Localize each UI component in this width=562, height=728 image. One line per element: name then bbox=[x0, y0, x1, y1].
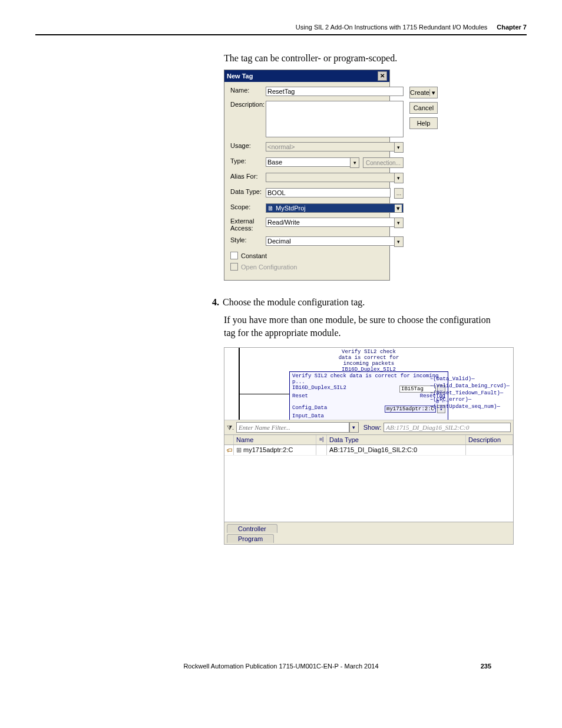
col-name[interactable]: Name bbox=[234, 435, 316, 444]
expand-icon[interactable]: ⊞ bbox=[236, 446, 242, 453]
page-footer: Rockwell Automation Publication 1715-UM0… bbox=[35, 663, 527, 670]
aoi-param-label: IB16D_Duplex_SIL2 bbox=[292, 385, 346, 393]
connection-button: Connection... bbox=[363, 157, 404, 168]
tab-program[interactable]: Program bbox=[227, 534, 274, 543]
chevron-down-icon[interactable]: ▾ bbox=[395, 205, 402, 212]
constant-checkbox[interactable]: Constant bbox=[230, 252, 404, 259]
dialog-titlebar: New Tag ✕ bbox=[224, 70, 389, 82]
checkbox-icon bbox=[230, 263, 238, 271]
usage-label: Usage: bbox=[230, 142, 262, 149]
description-input[interactable] bbox=[266, 101, 404, 137]
publication-info: Rockwell Automation Publication 1715-UM0… bbox=[183, 663, 378, 670]
show-label: Show: bbox=[363, 424, 382, 431]
filter-icon[interactable]: ⧩. bbox=[227, 424, 234, 431]
type-label: Type: bbox=[230, 157, 262, 164]
sort-icon[interactable]: ≡| bbox=[316, 435, 327, 444]
tab-controller[interactable]: Controller bbox=[227, 524, 277, 533]
col-datatype[interactable]: Data Type bbox=[327, 435, 466, 444]
step-4: 4.Choose the module configuration tag. bbox=[212, 297, 527, 308]
ladder-rung: Verify SIL2 check data is correct for in… bbox=[224, 348, 513, 420]
scope-select[interactable]: 🗎 MyStdProj ▾ bbox=[266, 203, 404, 213]
step-text: Choose the module configuration tag. bbox=[223, 297, 365, 307]
aoi-caption: Verify SIL2 check data is correct for in… bbox=[292, 373, 445, 385]
name-filter-input[interactable] bbox=[236, 422, 349, 433]
external-access-label: External Access: bbox=[230, 218, 262, 232]
show-filter-input[interactable] bbox=[384, 423, 511, 432]
constant-label: Constant bbox=[241, 252, 267, 259]
open-config-checkbox: Open Configuration bbox=[230, 263, 404, 271]
row-name: my1715adptr:2:C bbox=[243, 446, 293, 453]
aoi-param-label: Config_Data bbox=[292, 405, 327, 413]
close-icon[interactable]: ✕ bbox=[378, 71, 387, 81]
checkbox-icon[interactable] bbox=[230, 252, 238, 259]
rung-description: Verify SIL2 check data is correct for in… bbox=[224, 349, 513, 367]
alias-select bbox=[266, 173, 394, 182]
aoi-title: IB16D_Duplex_SIL2 bbox=[224, 367, 513, 373]
datatype-input[interactable] bbox=[266, 188, 391, 197]
alias-label: Alias For: bbox=[230, 173, 262, 180]
chevron-down-icon: ▾ bbox=[394, 142, 404, 153]
external-access-select[interactable] bbox=[266, 218, 394, 227]
name-input[interactable] bbox=[266, 87, 404, 96]
help-button[interactable]: Help bbox=[409, 117, 438, 129]
aoi-output: –(Data_Valid)— bbox=[430, 376, 510, 383]
aoi-output: –(Reset_Tiedown_Fault)— bbox=[430, 390, 510, 397]
page-header: Using SIL 2 Add-On Instructions with 171… bbox=[35, 24, 527, 35]
style-label: Style: bbox=[230, 236, 262, 243]
chapter-label: Chapter 7 bbox=[497, 24, 527, 31]
chevron-down-icon[interactable]: ▾ bbox=[394, 236, 404, 247]
type-select[interactable] bbox=[266, 157, 350, 167]
page-number: 235 bbox=[481, 663, 491, 670]
rung-desc-line: data is correct for bbox=[339, 355, 399, 361]
aoi-output: –(CRC_error)— bbox=[430, 397, 510, 404]
step-number: 4. bbox=[212, 297, 219, 307]
aoi-config-data-value[interactable]: my1715adptr:2:C bbox=[385, 406, 436, 413]
scope-value: 🗎 MyStdProj bbox=[267, 205, 306, 212]
rung-desc-line: Verify SIL2 check bbox=[342, 349, 396, 355]
aoi-output: –(Valid_Data_being_rcvd)— bbox=[430, 383, 510, 390]
description-label: Description: bbox=[230, 101, 262, 108]
aoi-output: –(LastUpdate_seq_num)— bbox=[430, 404, 510, 411]
scope-label: Scope: bbox=[230, 203, 262, 210]
chevron-down-icon[interactable]: ▾ bbox=[350, 157, 359, 168]
chevron-down-icon: ▾ bbox=[394, 173, 404, 183]
cancel-button[interactable]: Cancel bbox=[409, 102, 438, 114]
aoi-param-label: Input_Data bbox=[292, 413, 324, 419]
row-datatype: AB:1715_DI_Diag16_SIL2:C:0 bbox=[327, 445, 466, 455]
create-button[interactable]: Create ▾ bbox=[409, 87, 438, 98]
tag-icon: 🏷 bbox=[227, 447, 233, 453]
usage-select bbox=[266, 142, 394, 151]
chevron-down-icon[interactable]: ▾ bbox=[349, 422, 359, 433]
datatype-label: Data Type: bbox=[230, 188, 262, 195]
tag-grid-header: Name ≡| Data Type Description bbox=[224, 435, 513, 445]
rung-desc-line: incoming packets bbox=[343, 361, 394, 367]
datatype-browse-button[interactable]: … bbox=[394, 188, 404, 199]
new-tag-dialog: New Tag ✕ Name: Description: Usage: ▾ bbox=[224, 70, 390, 281]
tag-grid-body[interactable]: 🏷 ⊞my1715adptr:2:C AB:1715_DI_Diag16_SIL… bbox=[224, 445, 513, 522]
table-row[interactable]: 🏷 ⊞my1715adptr:2:C AB:1715_DI_Diag16_SIL… bbox=[224, 445, 513, 456]
dialog-title: New Tag bbox=[227, 73, 253, 80]
chapter-title: Using SIL 2 Add-On Instructions with 171… bbox=[296, 24, 488, 31]
aoi-outputs: –(Data_Valid)— –(Valid_Data_being_rcvd)—… bbox=[430, 376, 510, 410]
name-label: Name: bbox=[230, 87, 262, 94]
col-description[interactable]: Description bbox=[466, 435, 513, 444]
aoi-param-label: Reset bbox=[292, 393, 308, 399]
step-4-subtext: If you have more than one module, be sur… bbox=[224, 314, 503, 339]
create-label: Create bbox=[410, 89, 430, 96]
chevron-down-icon[interactable]: ▾ bbox=[430, 89, 437, 97]
ladder-tag-picker-figure: Verify SIL2 check data is correct for in… bbox=[224, 347, 514, 545]
open-config-label: Open Configuration bbox=[241, 263, 297, 271]
chevron-down-icon[interactable]: ▾ bbox=[394, 218, 404, 228]
style-select[interactable] bbox=[266, 236, 394, 246]
tag-filter-bar: ⧩. ▾ Show: bbox=[224, 420, 513, 435]
scope-tabbar: Controller Program bbox=[224, 522, 513, 544]
intro-text: The tag can be controller- or program-sc… bbox=[224, 53, 527, 64]
